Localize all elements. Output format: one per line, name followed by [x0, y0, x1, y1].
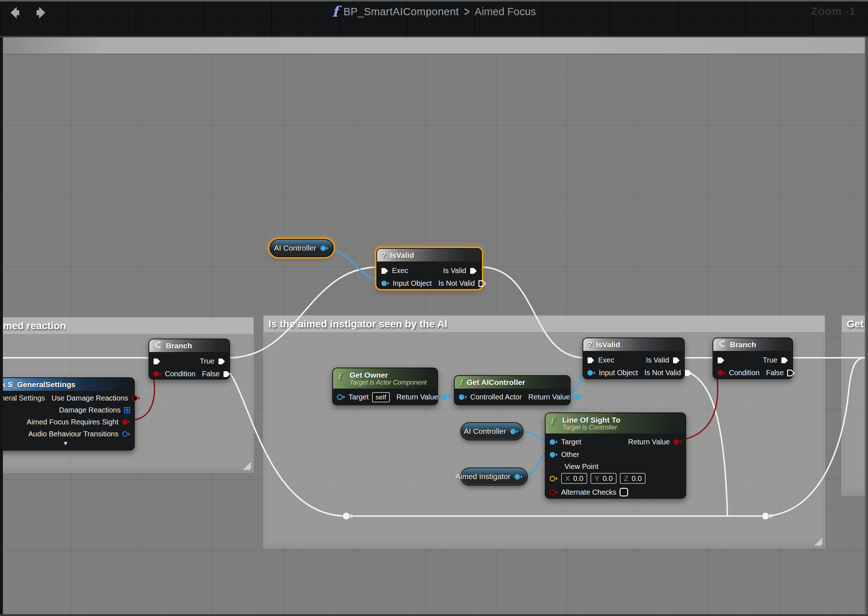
object-pin-in-connected[interactable]: [381, 280, 390, 286]
pin-label: Audio Behaviour Transitions: [28, 430, 118, 438]
bool-pin-in-connected[interactable]: [153, 371, 162, 377]
node-header: f Get AIController: [454, 376, 570, 388]
comment-header[interactable]: med reaction: [0, 317, 253, 334]
pin-label: Is Not Valid: [438, 279, 475, 288]
exec-pin-in-connected[interactable]: [717, 357, 725, 364]
pin-label: Return Value: [396, 393, 438, 401]
pin-label: Is Not Valid: [645, 369, 681, 377]
pin-label: Target: [561, 438, 582, 446]
object-pin-in-connected[interactable]: [458, 394, 467, 400]
comment-box-get[interactable]: Get: [841, 316, 868, 495]
comment-resize-handle[interactable]: [242, 460, 252, 471]
pin-label: View Point: [565, 462, 599, 471]
comment-header[interactable]: Get: [842, 316, 868, 332]
function-icon: f: [459, 377, 463, 388]
object-pin-out-connected[interactable]: [441, 394, 450, 400]
expand-pins-chevron-icon[interactable]: ▼: [0, 440, 134, 448]
breadcrumb: f BP_SmartAIComponent > Aimed Focus: [332, 4, 536, 19]
node-header: Branch: [713, 338, 792, 351]
breadcrumb-chevron-icon: >: [464, 4, 470, 19]
pin-label: Damage Reactions: [59, 406, 121, 414]
pin-label: Other: [561, 451, 579, 459]
target-self-valuebox[interactable]: self: [372, 392, 390, 402]
node-get-aicontroller[interactable]: f Get AIController Controlled Actor Retu…: [454, 375, 571, 405]
pin-label: Is Valid: [443, 267, 466, 275]
exec-pin-out-connected[interactable]: [672, 357, 680, 364]
node-header: ? IsValid: [377, 249, 481, 261]
forward-arrow-button[interactable]: [34, 5, 49, 20]
node-title: Branch: [730, 340, 756, 349]
object-pin-out[interactable]: [514, 474, 523, 480]
exec-pin-in-connected[interactable]: [381, 267, 389, 275]
object-pin-in-connected[interactable]: [549, 452, 558, 458]
node-get-owner[interactable]: f Get Owner Target is Actor Component Ta…: [332, 368, 438, 405]
viewpoint-z-input[interactable]: Z 0.0: [620, 473, 646, 484]
node-header: f Line Of Sight To Target is Controller: [546, 413, 686, 434]
exec-pin-in-connected[interactable]: [153, 358, 161, 365]
pin-label: Input Object: [393, 279, 432, 288]
function-icon: f: [332, 4, 338, 19]
pin-label: False: [766, 369, 784, 377]
pin-label: Condition: [729, 369, 760, 377]
node-line-of-sight-to[interactable]: f Line Of Sight To Target is Controller …: [545, 412, 686, 499]
exec-pin-out-unconnected[interactable]: [478, 280, 486, 287]
bool-pin-out-unconnected[interactable]: [132, 395, 140, 401]
struct-grid-pin-out[interactable]: [124, 407, 131, 413]
variable-node-ai-controller-selected[interactable]: AI Controller: [269, 239, 333, 257]
branch-icon: [718, 340, 726, 350]
exec-pin-in-connected[interactable]: [587, 357, 595, 364]
exec-pin-out-connected[interactable]: [223, 371, 231, 378]
pin-label: Condition: [165, 370, 196, 378]
node-title: Branch: [166, 341, 192, 350]
node-branch-left[interactable]: Branch True Condition False: [149, 339, 230, 380]
node-isvalid-top[interactable]: ? IsValid Exec Is Valid Input Object Is …: [376, 248, 482, 289]
axis-letter: Y: [594, 475, 599, 483]
object-pin-out[interactable]: [320, 245, 329, 251]
node-title: Line Of Sight To: [562, 416, 621, 424]
object-pin-out-unconnected[interactable]: [122, 431, 131, 437]
breadcrumb-graph-name[interactable]: Aimed Focus: [475, 6, 536, 18]
node-header: Branch: [149, 339, 229, 352]
object-pin-out-connected[interactable]: [574, 394, 582, 400]
viewpoint-y-input[interactable]: Y 0.0: [591, 473, 616, 484]
back-arrow-button[interactable]: [7, 5, 22, 20]
object-pin-in-connected[interactable]: [587, 370, 596, 376]
comment-resize-handle[interactable]: [813, 536, 823, 547]
window-edge-right[interactable]: [865, 37, 868, 616]
breadcrumb-blueprint-name[interactable]: BP_SmartAIComponent: [343, 6, 459, 18]
graph-toolbar: f BP_SmartAIComponent > Aimed Focus Zoom…: [0, 0, 868, 37]
comment-title: Get: [842, 318, 864, 330]
exec-pin-out-connected[interactable]: [684, 369, 692, 377]
object-pin-in-self[interactable]: [337, 394, 345, 400]
window-edge-bottom: [0, 614, 868, 616]
bool-pin-in-unconnected[interactable]: [549, 489, 558, 495]
exec-pin-out-connected[interactable]: [781, 357, 789, 364]
pin-label: Use Damage Reactions: [52, 394, 128, 402]
vector-pin-in-unconnected[interactable]: [549, 476, 558, 482]
exec-pin-out-connected[interactable]: [218, 358, 226, 365]
viewpoint-x-input[interactable]: X 0.0: [561, 473, 587, 484]
exec-pin-out-unconnected[interactable]: [787, 369, 795, 377]
node-header: k S_GeneralSettings: [0, 378, 134, 391]
exec-pin-out-connected[interactable]: [470, 267, 478, 275]
pin-label: Return Value: [628, 438, 670, 446]
pin-label: True: [200, 357, 214, 365]
pin-label: Exec: [392, 267, 408, 275]
bool-pin-in-connected[interactable]: [717, 370, 726, 376]
node-branch-right[interactable]: Branch True Condition False: [712, 338, 793, 379]
node-isvalid-right[interactable]: ? IsValid Exec Is Valid Input Object Is …: [583, 338, 685, 379]
variable-node-ai-controller[interactable]: AI Controller: [461, 422, 524, 440]
object-pin-out[interactable]: [510, 428, 518, 435]
question-icon: ?: [382, 251, 386, 260]
variable-label: AI Controller: [464, 427, 506, 436]
bool-pin-out-connected[interactable]: [122, 419, 131, 425]
branch-icon: [154, 341, 162, 351]
node-break-s-generalsettings[interactable]: k S_GeneralSettings neral Settings Use D…: [0, 377, 135, 451]
object-pin-in-connected[interactable]: [549, 439, 558, 445]
comment-header[interactable]: Is the aimed instigator seen by the AI: [264, 316, 824, 332]
alternate-checks-checkbox[interactable]: [620, 488, 628, 497]
variable-node-aimed-instigator[interactable]: Aimed Instigator: [461, 468, 528, 486]
window-edge-left: [0, 37, 3, 616]
pin-label: Aimed Focus Requires Sight: [27, 418, 118, 426]
bool-pin-out-connected[interactable]: [673, 439, 682, 445]
